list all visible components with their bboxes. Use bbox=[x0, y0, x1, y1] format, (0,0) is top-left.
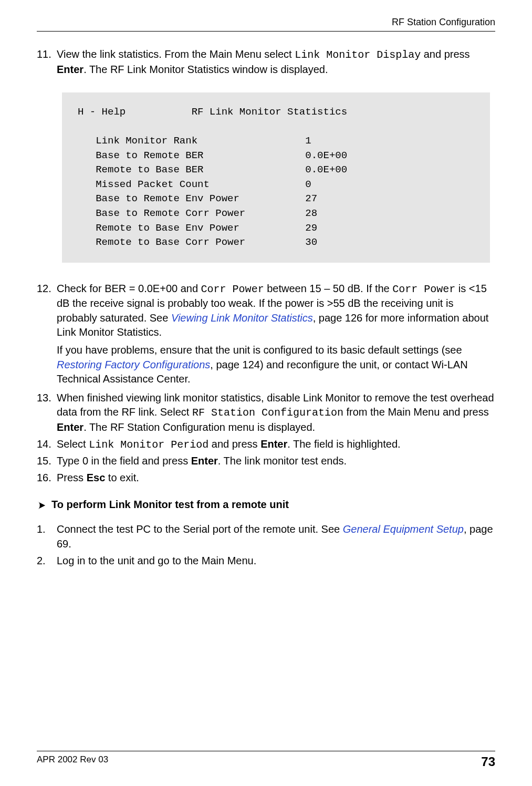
text-run: Connect the test PC to the Serial port o… bbox=[57, 523, 343, 535]
text-run: . The RF Station Configuration menu is d… bbox=[84, 421, 315, 433]
page-content: 11.View the link statistics. From the Ma… bbox=[37, 47, 495, 570]
step-body: Check for BER = 0.0E+00 and Corr Power b… bbox=[57, 282, 495, 389]
text-run: Check for BER = 0.0E+00 and bbox=[57, 283, 201, 294]
step-body: Connect the test PC to the Serial port o… bbox=[57, 522, 495, 551]
page-number: 73 bbox=[481, 754, 495, 769]
text-run: Log in to the unit and go to the Main Me… bbox=[57, 555, 256, 566]
step-number: 12. bbox=[37, 282, 57, 389]
list-item: 1.Connect the test PC to the Serial port… bbox=[37, 522, 495, 551]
text-run: Link Monitor Display bbox=[295, 49, 421, 61]
list-item: 14.Select Link Monitor Period and press … bbox=[37, 437, 495, 452]
text-run: . The link monitor test ends. bbox=[218, 455, 347, 467]
step-list-a: 11.View the link statistics. From the Ma… bbox=[37, 47, 495, 77]
text-run: Corr Power bbox=[392, 283, 455, 295]
footer-left: APR 2002 Rev 03 bbox=[37, 754, 108, 769]
text-run: Press bbox=[57, 472, 87, 483]
step-body: When finished viewing link monitor stati… bbox=[57, 391, 495, 435]
step-number: 14. bbox=[37, 437, 57, 452]
cross-reference-link[interactable]: Restoring Factory Configurations bbox=[57, 359, 210, 370]
step-body: Select Link Monitor Period and press Ent… bbox=[57, 437, 495, 452]
step-number: 13. bbox=[37, 391, 57, 435]
step-body: View the link statistics. From the Main … bbox=[57, 47, 495, 77]
step-number: 2. bbox=[37, 554, 57, 568]
list-item: 11.View the link statistics. From the Ma… bbox=[37, 47, 495, 77]
text-run: RF Station Configuration bbox=[192, 407, 343, 419]
cross-reference-link[interactable]: Viewing Link Monitor Statistics bbox=[171, 312, 313, 324]
step-number: 15. bbox=[37, 454, 57, 469]
text-run: . The field is highlighted. bbox=[287, 438, 400, 450]
step-body: Type 0 in the field and press Enter. The… bbox=[57, 454, 495, 469]
step-list-b: 12.Check for BER = 0.0E+00 and Corr Powe… bbox=[37, 282, 495, 485]
text-run: between 15 – 50 dB. If the bbox=[264, 283, 393, 294]
step-list-c: 1.Connect the test PC to the Serial port… bbox=[37, 522, 495, 568]
page-header: RF Station Configuration bbox=[37, 17, 495, 32]
text-run: View the link statistics. From the Main … bbox=[57, 48, 295, 60]
step-body: Press Esc to exit. bbox=[57, 471, 495, 485]
text-run: If you have problems, ensure that the un… bbox=[57, 344, 462, 356]
text-run: Corr Power bbox=[201, 283, 264, 295]
text-run: . The RF Link Monitor Statistics window … bbox=[84, 64, 328, 75]
text-run: and press bbox=[208, 438, 260, 450]
subheading-title: To perform Link Monitor test from a remo… bbox=[51, 499, 289, 511]
text-run: from the Main Menu and press bbox=[343, 406, 489, 418]
step-body: Log in to the unit and go to the Main Me… bbox=[57, 554, 495, 568]
terminal-output-block: H - Help RF Link Monitor Statistics Link… bbox=[62, 92, 490, 262]
subheading-row: To perform Link Monitor test from a remo… bbox=[37, 499, 495, 511]
text-run: Enter bbox=[191, 455, 218, 467]
text-run: Select bbox=[57, 438, 89, 450]
step-number: 1. bbox=[37, 522, 57, 551]
list-item: 13.When finished viewing link monitor st… bbox=[37, 391, 495, 435]
text-run: and press bbox=[421, 48, 470, 60]
text-run: Link Monitor Period bbox=[89, 439, 208, 451]
step-paragraph: If you have problems, ensure that the un… bbox=[57, 343, 495, 387]
text-run: to exit. bbox=[105, 472, 139, 483]
list-item: 2.Log in to the unit and go to the Main … bbox=[37, 554, 495, 568]
list-item: 12.Check for BER = 0.0E+00 and Corr Powe… bbox=[37, 282, 495, 389]
text-run: Enter bbox=[57, 64, 84, 75]
header-title: RF Station Configuration bbox=[392, 17, 495, 27]
text-run: Enter bbox=[260, 438, 287, 450]
text-run: Enter bbox=[57, 421, 84, 433]
step-number: 11. bbox=[37, 47, 57, 77]
list-item: 16.Press Esc to exit. bbox=[37, 471, 495, 485]
page-footer: APR 2002 Rev 03 73 bbox=[37, 751, 495, 769]
text-run: Type 0 in the field and press bbox=[57, 455, 191, 467]
text-run: Esc bbox=[87, 472, 106, 483]
arrow-icon bbox=[37, 501, 46, 510]
list-item: 15.Type 0 in the field and press Enter. … bbox=[37, 454, 495, 469]
cross-reference-link[interactable]: General Equipment Setup bbox=[343, 523, 464, 535]
step-number: 16. bbox=[37, 471, 57, 485]
